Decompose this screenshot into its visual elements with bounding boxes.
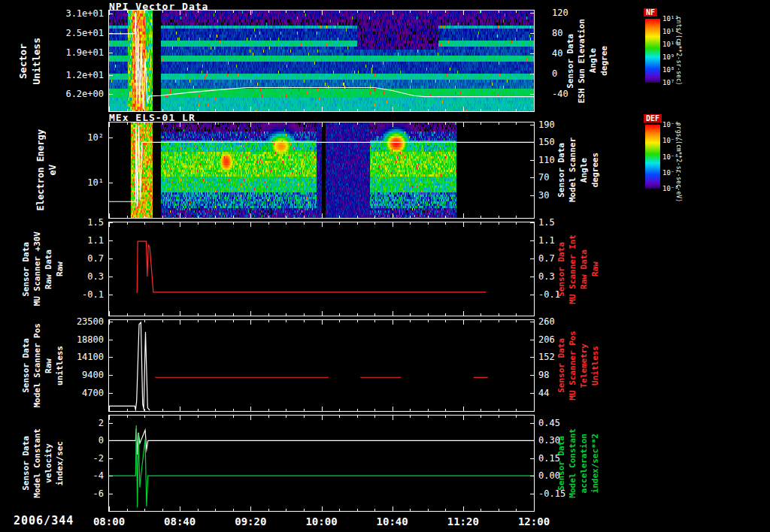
- axis-label-line: Sensor Data: [21, 338, 31, 393]
- colorbar-tick-label: 10⁻⁴: [662, 121, 679, 128]
- right-tick-label: 1.1: [538, 235, 578, 246]
- colorbar-tick-label: 10⁻⁷: [662, 169, 679, 177]
- colorbar-tick-label: 10¹⁰: [662, 41, 679, 48]
- nf-colorbar: [645, 19, 660, 83]
- colorbar-tick-label: 10⁸: [662, 66, 675, 74]
- right-tick-label: 1.5: [538, 217, 578, 228]
- left-tick-label: 6.2e+00: [0, 89, 104, 99]
- axis-label-line: Sensor Data: [21, 242, 31, 297]
- axis-label-line: Raw: [590, 261, 600, 277]
- right-tick-label: 0.7: [538, 253, 578, 264]
- colorbar-tick-label: 10¹²: [662, 15, 679, 23]
- colorbar-tick-label: 10⁹: [662, 53, 675, 61]
- axis-label-line: eV: [47, 165, 58, 175]
- right-tick-label: 44: [538, 388, 578, 398]
- axis-label-line: degrees: [590, 153, 600, 187]
- colorbar-tick-label: 10⁻⁸: [662, 185, 679, 192]
- left-tick-label: 1.1: [0, 235, 104, 246]
- left-tick-label: 1.9e+01: [0, 47, 104, 58]
- left-tick-label: -0.1: [0, 289, 104, 300]
- left-tick-label: 9400: [0, 370, 104, 380]
- right-tick-label: 98: [538, 370, 578, 380]
- axis-label-line: Angle: [579, 158, 589, 183]
- left-tick-label: 10¹: [0, 177, 104, 188]
- axis-label-line: Telemetry: [579, 343, 589, 388]
- right-tick-label: 0.45: [538, 418, 578, 428]
- axis-label-line: Unitless: [590, 346, 600, 385]
- right-tick-label: 40: [552, 48, 591, 59]
- axis-label-line: degree: [599, 46, 609, 76]
- left-tick-label: 2: [0, 418, 104, 428]
- left-tick-label: 1.2e+01: [0, 70, 104, 80]
- left-tick-label: 23500: [0, 316, 104, 327]
- right-tick-label: 30: [538, 190, 578, 201]
- left-tick-label: -4: [0, 470, 104, 481]
- nf-colorbar-title: NF: [644, 8, 657, 17]
- colorbar-tick-label: 10⁻⁵: [662, 137, 679, 144]
- mu-scanner-raw-panel: [108, 222, 535, 316]
- npi-spectrogram-panel: [108, 10, 535, 112]
- right-tick-label: 260: [538, 316, 578, 327]
- x-axis-tick-label: 09:20: [228, 515, 273, 527]
- right-tick-label: 150: [538, 137, 578, 147]
- axis-label-line: Sensor Data: [556, 242, 566, 297]
- right-tick-label: 0: [552, 68, 591, 79]
- colorbar-tick-label: 10⁻⁶: [662, 153, 679, 161]
- scanner-pos-panel: [108, 319, 535, 412]
- model-constant-panel: [108, 415, 535, 512]
- x-axis-tick-label: 10:00: [299, 515, 344, 527]
- left-tick-label: -2: [0, 453, 104, 464]
- x-axis-tick-label: 11:20: [441, 515, 486, 527]
- colorbar-tick-label: 10⁷: [662, 79, 675, 86]
- els-spectrogram-canvas: [109, 122, 534, 218]
- axis-label-line: index/sec**2: [590, 434, 600, 493]
- left-tick-label: 0: [0, 435, 104, 446]
- right-tick-label: 190: [538, 119, 578, 130]
- els-spectrogram-panel: [108, 122, 535, 219]
- right-tick-label: 0.30: [538, 435, 578, 446]
- left-tick-label: 1.5: [0, 217, 104, 228]
- right-tick-label: 110: [538, 155, 578, 165]
- x-axis-date: 2006/344: [14, 514, 74, 527]
- def-colorbar: [645, 125, 660, 189]
- axis-label-line: Sensor Data: [565, 34, 575, 89]
- left-tick-label: 14100: [0, 352, 104, 362]
- right-tick-label: 0.00: [538, 470, 578, 481]
- def-colorbar-title: DEF: [644, 114, 662, 122]
- npi-spectrogram-canvas: [109, 11, 534, 111]
- left-tick-label: 0.3: [0, 271, 104, 282]
- mu-scanner-raw-canvas: [109, 222, 534, 316]
- right-tick-label: 0.15: [538, 453, 578, 464]
- right-tick-label: 206: [538, 334, 578, 345]
- model-constant-canvas: [109, 416, 534, 511]
- scanner-pos-canvas: [109, 320, 534, 411]
- plot-screen: NPI Vector Data MEx ELS-01 LR Sector Uni…: [0, 0, 770, 532]
- left-tick-label: 0.7: [0, 253, 104, 264]
- right-tick-label: -40: [552, 89, 591, 99]
- left-tick-label: 2.5e+01: [0, 28, 104, 38]
- right-tick-label: 0.3: [538, 271, 578, 282]
- left-tick-label: 18800: [0, 334, 104, 345]
- def-colorbar-units: ergs/(cm**2-sr-sec-eV): [675, 122, 682, 209]
- left-tick-label: 4700: [0, 388, 104, 398]
- right-tick-label: 152: [538, 352, 578, 362]
- axis-label-line: Sensor Data: [556, 338, 566, 393]
- left-tick-label: -6: [0, 488, 104, 499]
- right-tick-label: 70: [538, 172, 578, 183]
- x-axis-tick-label: 08:40: [157, 515, 202, 527]
- right-tick-label: -0.1: [538, 289, 578, 300]
- x-axis-tick-label: 12:00: [511, 515, 556, 527]
- right-tick-label: -0.15: [538, 488, 578, 499]
- colorbar-tick-label: 10¹¹: [662, 28, 679, 35]
- axis-label-line: Raw Data: [579, 249, 589, 289]
- x-axis-tick-label: 08:00: [86, 515, 132, 527]
- x-axis-tick-label: 10:40: [370, 515, 415, 527]
- right-tick-label: 120: [552, 8, 591, 18]
- axis-label-line: acceleration: [579, 434, 589, 493]
- left-tick-label: 3.1e+01: [0, 8, 104, 19]
- left-tick-label: 10²: [0, 132, 104, 143]
- right-tick-label: 80: [552, 28, 591, 38]
